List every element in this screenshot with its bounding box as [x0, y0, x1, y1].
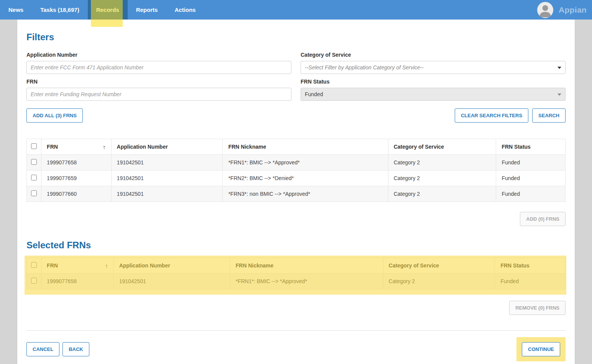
category-of-service-select[interactable]: --Select Filter by Application Category …: [301, 61, 566, 74]
cell-frn: 1999077659: [41, 171, 112, 186]
cell-application-number: 191042501: [111, 171, 223, 186]
application-number-label: Application Number: [26, 52, 291, 58]
results-column-frn[interactable]: FRN ↑: [41, 139, 112, 155]
row-checkbox[interactable]: [31, 278, 37, 284]
cell-application-number: 191042501: [111, 186, 223, 202]
selected-column-frn[interactable]: FRN ↑: [41, 258, 114, 274]
user-avatar-icon: [537, 2, 553, 18]
table-row: 1999077658 191042501 *FRN1*: BMIC --> *A…: [27, 155, 566, 171]
results-table-section: FRN ↑ Application Number FRN Nickname Ca…: [26, 139, 566, 226]
continue-button[interactable]: CONTINUE: [522, 342, 560, 356]
cell-frn-nickname: *FRN2*: BMIC --> *Denied*: [223, 171, 388, 186]
sort-ascending-icon[interactable]: ↑: [103, 144, 106, 150]
cell-frn-status: Funded: [496, 186, 566, 202]
cell-frn-nickname: *FRN1*: BMIC --> *Approved*: [223, 155, 388, 171]
nav-item-actions[interactable]: Actions: [166, 0, 204, 20]
footer-divider: [26, 330, 566, 331]
continue-button-highlight-overlay: CONTINUE: [516, 337, 566, 361]
cell-frn: 1999077660: [41, 186, 112, 202]
nav-item-reports[interactable]: Reports: [128, 0, 166, 20]
select-all-checkbox[interactable]: [31, 143, 37, 149]
selected-frns-section: Selected FRNs FRN ↑: [26, 240, 566, 315]
table-row: 1999077658 191042501 *FRN1*: BMIC --> *A…: [27, 274, 566, 289]
cell-category-of-service: Category 2: [388, 155, 496, 171]
results-column-application-number[interactable]: Application Number: [111, 139, 223, 155]
frn-status-select[interactable]: Funded: [301, 88, 566, 101]
footer-left-group: CANCEL BACK: [26, 342, 89, 356]
cancel-button[interactable]: CANCEL: [26, 342, 59, 356]
selected-frns-table: FRN ↑ Application Number FRN Nickname Ca…: [26, 257, 566, 289]
table-row: 1999077660 191042501 *FRN3*: non BMIC --…: [27, 186, 566, 202]
frn-status-label: FRN Status: [301, 79, 566, 85]
clear-search-filters-button[interactable]: CLEAR SEARCH FILTERS: [455, 108, 528, 123]
selected-frns-heading: Selected FRNs: [26, 240, 566, 251]
row-checkbox[interactable]: [31, 175, 37, 180]
cell-frn-status: Funded: [496, 155, 566, 171]
results-table-actions: ADD (0) FRNS: [26, 212, 566, 226]
cell-frn: 1999077658: [41, 274, 114, 289]
selected-column-category-of-service[interactable]: Category of Service: [383, 258, 495, 274]
select-all-checkbox[interactable]: [31, 262, 37, 268]
sort-ascending-icon[interactable]: ↑: [105, 262, 108, 269]
chevron-down-icon: [557, 67, 561, 69]
nav-item-records[interactable]: Records: [88, 0, 128, 20]
frn-field-group: FRN: [26, 76, 291, 101]
category-of-service-selected-value: --Select Filter by Application Category …: [305, 64, 424, 71]
appian-logo: Appian: [559, 5, 587, 15]
nav-right-area: Appian: [537, 0, 587, 20]
category-of-service-label: Category of Service: [301, 52, 566, 58]
cell-category-of-service: Category 2: [383, 274, 495, 289]
frn-input[interactable]: [26, 88, 291, 101]
cell-frn-status: Funded: [495, 274, 566, 289]
selected-column-application-number[interactable]: Application Number: [113, 258, 230, 274]
cell-frn-nickname: *FRN1*: BMIC --> *Approved*: [230, 274, 383, 289]
frn-status-field-group: FRN Status Funded: [301, 76, 566, 101]
cell-frn-status: Funded: [496, 171, 566, 186]
frn-status-selected-value: Funded: [305, 91, 323, 97]
frn-label: FRN: [26, 79, 291, 85]
filter-actions-row: ADD ALL (3) FRNS CLEAR SEARCH FILTERS SE…: [26, 108, 566, 123]
cell-category-of-service: Category 2: [388, 171, 496, 186]
chevron-down-icon: [557, 93, 561, 96]
results-table: FRN ↑ Application Number FRN Nickname Ca…: [26, 139, 566, 202]
selected-column-frn-status[interactable]: FRN Status: [495, 258, 566, 274]
table-row: 1999077659 191042501 *FRN2*: BMIC --> *D…: [27, 171, 566, 186]
cell-category-of-service: Category 2: [388, 186, 496, 202]
search-button[interactable]: SEARCH: [532, 108, 566, 123]
add-all-frns-button[interactable]: ADD ALL (3) FRNS: [26, 108, 83, 123]
column-header-label: FRN: [47, 144, 58, 150]
category-of-service-field-group: Category of Service --Select Filter by A…: [301, 49, 566, 74]
filter-actions-right-group: CLEAR SEARCH FILTERS SEARCH: [455, 108, 566, 123]
results-column-frn-nickname[interactable]: FRN Nickname: [223, 139, 388, 155]
row-checkbox[interactable]: [31, 190, 37, 196]
cell-application-number: 191042501: [111, 155, 223, 171]
filter-form: Application Number Category of Service -…: [26, 49, 566, 101]
selected-column-frn-nickname[interactable]: FRN Nickname: [230, 258, 383, 274]
selected-frns-header-row: FRN ↑ Application Number FRN Nickname Ca…: [27, 258, 566, 274]
filters-heading: Filters: [26, 32, 566, 43]
main-content-card: Filters Application Number Category of S…: [17, 20, 575, 364]
cell-frn: 1999077658: [41, 155, 112, 171]
nav-item-tasks[interactable]: Tasks (18,697): [32, 0, 87, 20]
back-button[interactable]: BACK: [62, 342, 89, 356]
results-column-category-of-service[interactable]: Category of Service: [388, 139, 496, 155]
column-header-label: FRN: [47, 262, 58, 269]
remove-frns-button[interactable]: REMOVE (0) FRNS: [509, 301, 566, 315]
results-column-frn-status[interactable]: FRN Status: [496, 139, 566, 155]
top-navigation-bar: News Tasks (18,697) Records Reports Acti…: [0, 0, 592, 20]
cell-application-number: 191042501: [113, 274, 230, 289]
selected-frns-table-wrap: FRN ↑ Application Number FRN Nickname Ca…: [26, 257, 566, 289]
results-table-header-row: FRN ↑ Application Number FRN Nickname Ca…: [27, 139, 566, 155]
user-avatar[interactable]: [537, 2, 553, 18]
application-number-field-group: Application Number: [26, 49, 291, 74]
row-checkbox[interactable]: [31, 159, 37, 165]
selected-frns-actions: REMOVE (0) FRNS: [26, 301, 566, 315]
add-frns-button[interactable]: ADD (0) FRNS: [520, 212, 566, 226]
nav-item-news[interactable]: News: [0, 0, 32, 20]
footer-actions-row: CANCEL BACK CONTINUE: [26, 337, 566, 364]
cell-frn-nickname: *FRN3*: non BMIC --> *Approved*: [223, 186, 388, 202]
application-number-input[interactable]: [26, 61, 291, 74]
